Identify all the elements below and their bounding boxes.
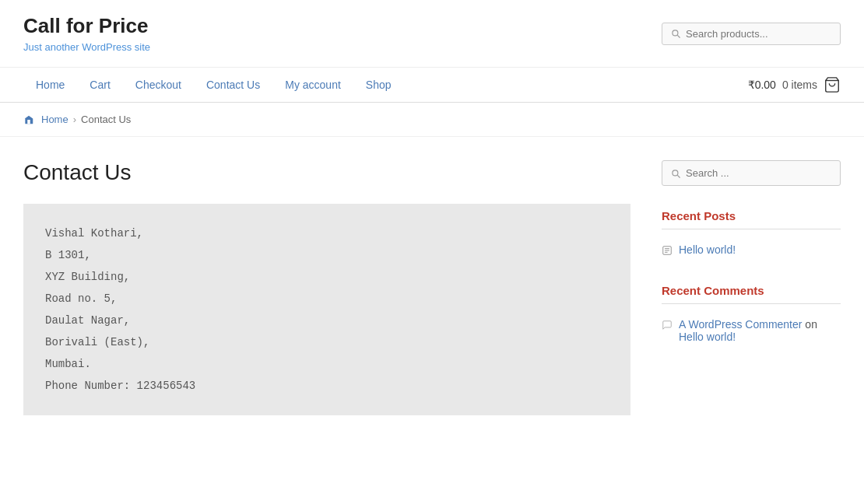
cart-count: 0 items bbox=[782, 79, 817, 91]
content-area: Contact Us Vishal Kothari, B 1301, XYZ B… bbox=[23, 160, 630, 415]
contact-line-2: B 1301, bbox=[45, 244, 609, 266]
comment-item-1: A WordPress Commenter on Hello world! bbox=[662, 312, 841, 349]
site-main: Contact Us Vishal Kothari, B 1301, XYZ B… bbox=[0, 137, 864, 439]
post-item-hello-world: Hello world! bbox=[662, 237, 841, 262]
post-link-hello-world[interactable]: Hello world! bbox=[679, 243, 736, 256]
site-title: Call for Price bbox=[23, 14, 150, 38]
nav-link-contact[interactable]: Contact Us bbox=[194, 68, 272, 102]
search-icon bbox=[670, 28, 681, 39]
nav-link-home[interactable]: Home bbox=[23, 68, 77, 102]
cart-widget[interactable]: ₹0.00 0 items bbox=[748, 76, 841, 93]
sidebar-search-container bbox=[662, 160, 841, 186]
nav-item-myaccount[interactable]: My account bbox=[272, 68, 353, 102]
nav-link-shop[interactable]: Shop bbox=[353, 68, 404, 102]
site-description: Just another WordPress site bbox=[23, 41, 150, 53]
contact-line-5: Daulat Nagar, bbox=[45, 310, 609, 331]
header-search-container bbox=[662, 23, 841, 45]
comment-text-1: A WordPress Commenter on Hello world! bbox=[679, 318, 841, 343]
header-search-input[interactable] bbox=[686, 28, 832, 40]
page-title: Contact Us bbox=[23, 160, 630, 185]
site-branding: Call for Price Just another WordPress si… bbox=[23, 14, 150, 53]
comment-on-text: on bbox=[802, 318, 817, 331]
recent-posts-title: Recent Posts bbox=[662, 209, 841, 229]
contact-line-3: XYZ Building, bbox=[45, 266, 609, 288]
contact-line-7: Mumbai. bbox=[45, 353, 609, 375]
sidebar-search-input[interactable] bbox=[686, 167, 832, 179]
contact-line-8: Phone Number: 123456543 bbox=[45, 375, 609, 397]
breadcrumb-current: Contact Us bbox=[81, 114, 131, 125]
recent-comments-title: Recent Comments bbox=[662, 284, 841, 304]
sidebar-search-icon bbox=[670, 168, 681, 179]
sidebar-recent-posts: Recent Posts Hello world! bbox=[662, 209, 841, 262]
contact-line-4: Road no. 5, bbox=[45, 288, 609, 310]
breadcrumb: Home › Contact Us bbox=[0, 103, 864, 137]
nav-item-shop[interactable]: Shop bbox=[353, 68, 404, 102]
comment-post-link[interactable]: Hello world! bbox=[679, 331, 736, 343]
post-icon bbox=[662, 245, 673, 256]
breadcrumb-home-link[interactable]: Home bbox=[41, 114, 68, 125]
contact-line-6: Borivali (East), bbox=[45, 331, 609, 353]
breadcrumb-separator: › bbox=[73, 114, 76, 125]
contact-line-1: Vishal Kothari, bbox=[45, 222, 609, 244]
nav-link-myaccount[interactable]: My account bbox=[272, 68, 353, 102]
site-nav: Home Cart Checkout Contact Us My account… bbox=[0, 68, 864, 103]
nav-link-checkout[interactable]: Checkout bbox=[123, 68, 194, 102]
home-icon bbox=[23, 114, 34, 125]
contact-box: Vishal Kothari, B 1301, XYZ Building, Ro… bbox=[23, 204, 630, 415]
nav-item-checkout[interactable]: Checkout bbox=[123, 68, 194, 102]
nav-item-cart[interactable]: Cart bbox=[77, 68, 122, 102]
nav-item-home[interactable]: Home bbox=[23, 68, 77, 102]
comment-icon bbox=[662, 320, 673, 331]
cart-icon bbox=[824, 76, 841, 93]
site-header: Call for Price Just another WordPress si… bbox=[0, 0, 864, 68]
sidebar-recent-comments: Recent Comments A WordPress Commenter on… bbox=[662, 284, 841, 349]
comment-author-link[interactable]: A WordPress Commenter bbox=[679, 318, 802, 331]
sidebar: Recent Posts Hello world! Recent Comment… bbox=[662, 160, 841, 415]
nav-links: Home Cart Checkout Contact Us My account… bbox=[23, 68, 404, 102]
cart-amount: ₹0.00 bbox=[748, 79, 776, 91]
nav-item-contact[interactable]: Contact Us bbox=[194, 68, 272, 102]
nav-link-cart[interactable]: Cart bbox=[77, 68, 122, 102]
